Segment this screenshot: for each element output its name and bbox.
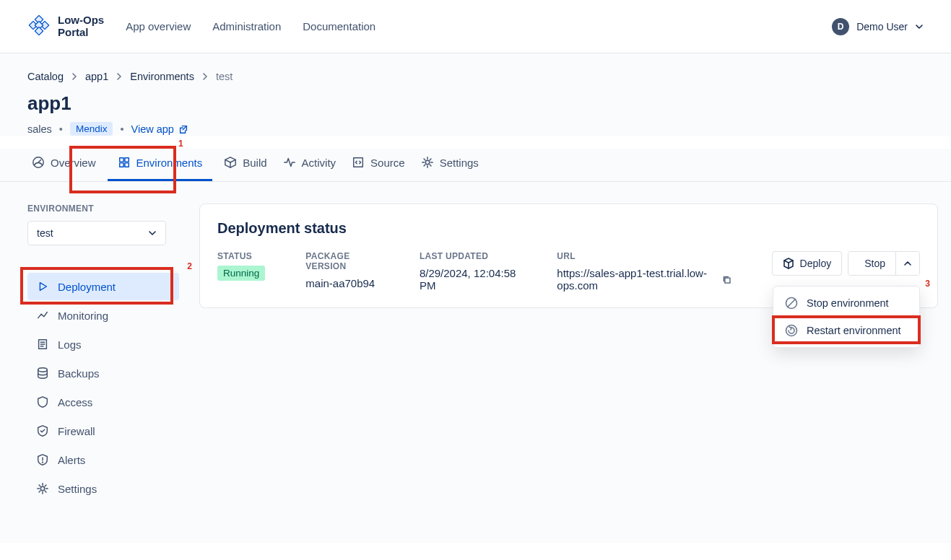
grid-icon	[118, 156, 131, 169]
svg-point-20	[40, 486, 44, 490]
top-header: Low-Ops Portal App overview Administrati…	[0, 0, 951, 53]
meta-row: sales • Mendix • View app	[27, 122, 924, 136]
sidebar-item-access[interactable]: Access	[27, 388, 179, 416]
view-app-link[interactable]: View app	[131, 123, 188, 135]
gear-icon	[36, 482, 49, 495]
page-title: app1	[27, 92, 924, 115]
updated-block: LAST UPDATED 8/29/2024, 12:04:58 PM	[420, 251, 516, 292]
chevron-down-icon	[915, 22, 924, 31]
svg-marker-12	[40, 283, 46, 291]
shield-check-icon	[36, 424, 49, 437]
panel-actions: Deploy Stop	[772, 251, 920, 276]
svg-rect-10	[354, 158, 363, 167]
svg-line-25	[788, 299, 796, 307]
package-block: PACKAGE VERSION main-aa70b94	[305, 251, 379, 289]
cube-icon	[224, 156, 237, 169]
sub-header: Catalog app1 Environments test app1 sale…	[0, 53, 951, 136]
gear-icon	[421, 156, 434, 169]
stop-split-button: Stop	[848, 251, 920, 276]
code-square-icon	[352, 156, 365, 169]
breadcrumb: Catalog app1 Environments test	[27, 71, 924, 82]
tab-build[interactable]: Build	[220, 149, 271, 181]
cube-icon	[783, 258, 794, 269]
tab-overview[interactable]: Overview	[27, 149, 100, 181]
status-block: STATUS Running	[217, 251, 265, 281]
shield-icon	[36, 395, 49, 408]
crumb-app[interactable]: app1	[85, 71, 108, 82]
user-menu[interactable]: D Demo User	[832, 18, 924, 35]
chart-line-icon	[36, 309, 49, 322]
nav-app-overview[interactable]: App overview	[126, 20, 191, 32]
content: Deployment status STATUS Running PACKAGE…	[199, 204, 938, 514]
restart-icon	[785, 324, 798, 337]
chevron-right-icon	[116, 71, 123, 82]
sidebar-item-logs[interactable]: Logs	[27, 331, 179, 358]
database-icon	[36, 367, 49, 380]
annotation-3: 3	[925, 279, 930, 289]
user-name: Demo User	[856, 21, 908, 32]
sidebar: ENVIRONMENT test 2 Deployment Monitoring…	[27, 204, 179, 514]
stop-dropdown: Stop environment Restart environment	[773, 286, 920, 348]
logo-text: Low-Ops Portal	[58, 14, 104, 38]
chevron-right-icon	[71, 71, 78, 82]
sidebar-nav: Deployment Monitoring Logs Backups Acces…	[27, 273, 179, 502]
svg-rect-21	[725, 278, 730, 283]
tabs: Overview Environments Build Activity Sou…	[0, 149, 951, 182]
tab-activity[interactable]: Activity	[279, 149, 341, 181]
crumb-environments[interactable]: Environments	[130, 71, 194, 82]
svg-rect-6	[119, 158, 123, 162]
page-icon	[36, 338, 49, 351]
avatar: D	[832, 18, 849, 35]
deploy-button[interactable]: Deploy	[772, 251, 843, 276]
environment-heading: ENVIRONMENT	[27, 204, 179, 214]
nav-administration[interactable]: Administration	[212, 20, 281, 32]
environment-select[interactable]: test	[27, 221, 166, 245]
stop-button[interactable]: Stop	[848, 252, 896, 275]
top-nav: App overview Administration Documentatio…	[126, 20, 375, 32]
dropdown-restart-environment[interactable]: Restart environment	[773, 317, 919, 344]
gauge-icon	[32, 156, 45, 169]
external-link-icon	[178, 124, 188, 134]
chevron-down-icon	[148, 229, 157, 237]
dropdown-stop-environment[interactable]: Stop environment	[773, 289, 919, 317]
stop-menu-toggle[interactable]	[896, 252, 919, 275]
tab-environments[interactable]: Environments	[108, 149, 213, 181]
stop-icon	[785, 297, 798, 310]
play-icon	[36, 280, 49, 293]
activity-icon	[283, 156, 296, 169]
crumb-current: test	[216, 71, 233, 82]
sidebar-item-backups[interactable]: Backups	[27, 359, 179, 387]
sidebar-item-alerts[interactable]: Alerts	[27, 446, 179, 473]
svg-point-11	[425, 160, 429, 164]
team-label: sales	[27, 123, 52, 135]
svg-rect-8	[119, 163, 123, 167]
panel-title: Deployment status	[217, 220, 920, 237]
tab-source[interactable]: Source	[347, 149, 409, 181]
svg-rect-4	[35, 27, 43, 35]
chevron-up-icon	[903, 259, 912, 268]
tab-settings[interactable]: Settings	[417, 149, 483, 181]
url-block: URL https://sales-app1-test.trial.low-op…	[557, 251, 731, 292]
deployment-status-panel: Deployment status STATUS Running PACKAGE…	[199, 204, 938, 308]
sidebar-item-monitoring[interactable]: Monitoring	[27, 302, 179, 329]
app-url-link[interactable]: https://sales-app1-test.trial.low-ops.co…	[557, 267, 716, 292]
copy-icon[interactable]	[722, 274, 731, 285]
logo-icon	[27, 15, 51, 38]
sidebar-item-deployment[interactable]: Deployment	[27, 273, 179, 300]
svg-point-26	[786, 325, 797, 336]
crumb-catalog[interactable]: Catalog	[27, 71, 64, 82]
shield-alert-icon	[36, 453, 49, 466]
tech-pill: Mendix	[70, 122, 113, 136]
sidebar-item-firewall[interactable]: Firewall	[27, 417, 179, 445]
nav-documentation[interactable]: Documentation	[303, 20, 375, 32]
logo[interactable]: Low-Ops Portal	[27, 14, 104, 38]
svg-rect-7	[124, 158, 128, 162]
svg-rect-9	[124, 163, 128, 167]
svg-point-19	[43, 462, 43, 463]
sidebar-item-settings[interactable]: Settings	[27, 475, 179, 502]
status-badge: Running	[217, 266, 265, 281]
svg-point-17	[38, 368, 48, 372]
annotation-1: 1	[178, 139, 183, 149]
chevron-right-icon	[201, 71, 209, 82]
main: ENVIRONMENT test 2 Deployment Monitoring…	[0, 182, 951, 543]
